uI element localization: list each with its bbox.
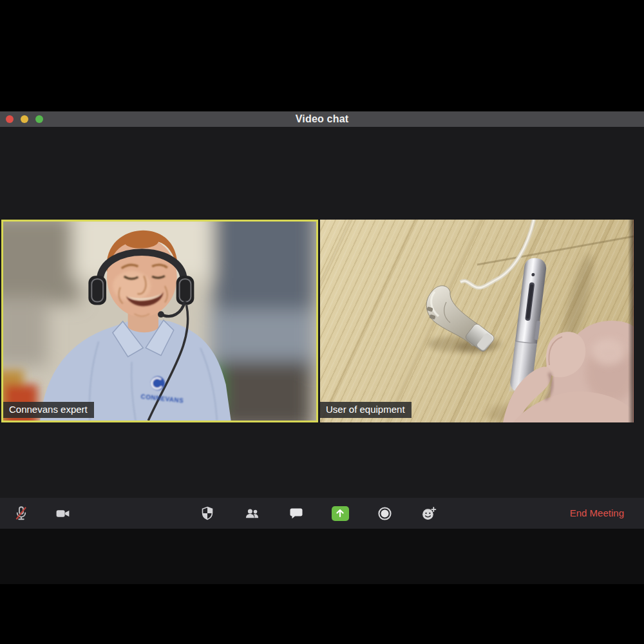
stage-bottom-area xyxy=(0,529,644,584)
end-meeting-button[interactable]: End Meeting xyxy=(570,498,624,529)
participants-icon xyxy=(244,506,260,522)
hand xyxy=(486,321,634,422)
user-video-frame xyxy=(320,220,634,422)
window-title: Video chat xyxy=(0,111,644,127)
record-icon xyxy=(377,506,393,522)
share-screen-button[interactable] xyxy=(328,498,352,529)
share-screen-pill xyxy=(332,506,349,521)
meeting-toolbar: End Meeting xyxy=(0,498,644,529)
participants-button[interactable] xyxy=(240,498,263,529)
mute-button[interactable] xyxy=(10,498,33,529)
title-bar[interactable]: Video chat xyxy=(0,111,644,128)
participant-name-badge: Connevans expert xyxy=(3,402,94,418)
shield-icon xyxy=(200,506,215,521)
meeting-stage: CONNEVANS Connevans expert xyxy=(0,127,644,569)
tube-shadow xyxy=(477,236,634,265)
security-button[interactable] xyxy=(196,498,219,529)
reactions-button[interactable] xyxy=(417,498,440,529)
video-tile-connevans-expert[interactable]: CONNEVANS Connevans expert xyxy=(1,220,318,422)
video-camera-icon xyxy=(55,506,71,522)
record-button[interactable] xyxy=(373,498,396,529)
reactions-add-icon xyxy=(421,506,437,522)
video-tile-user-of-equipment[interactable]: User of equipment xyxy=(320,220,634,422)
video-chat-window: Video chat xyxy=(0,111,644,569)
desktop: Video chat xyxy=(0,0,644,644)
microphone-muted-icon xyxy=(13,505,30,522)
share-screen-icon xyxy=(334,507,346,520)
video-button[interactable] xyxy=(51,498,74,529)
chat-bubble-icon xyxy=(289,506,304,521)
hearing-aid-tube xyxy=(460,220,534,288)
participant-name-badge: User of equipment xyxy=(320,402,412,418)
chat-button[interactable] xyxy=(285,498,308,529)
expert-video-frame: CONNEVANS xyxy=(3,222,316,421)
